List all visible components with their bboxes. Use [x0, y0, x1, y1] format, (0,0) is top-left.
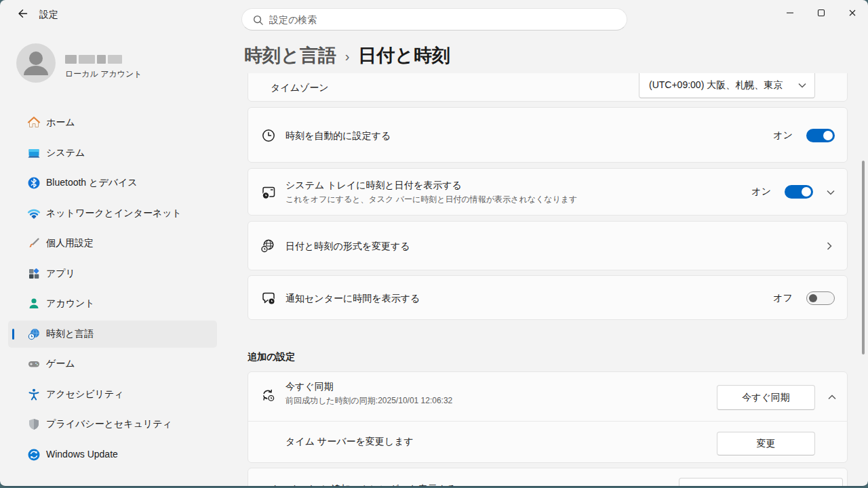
divider [248, 421, 847, 422]
breadcrumb-separator-icon: › [345, 47, 350, 64]
sidebar-item-accessibility[interactable]: アクセシビリティ [8, 381, 217, 408]
tray-clock-icon [260, 184, 277, 201]
breadcrumb: 時刻と言語 › 日付と時刻 [244, 43, 450, 68]
apps-icon [27, 267, 41, 281]
timezone-label: タイムゾーン [271, 82, 329, 94]
sidebar-item-home[interactable]: ホーム [8, 109, 217, 136]
time-language-icon [27, 327, 41, 341]
tray-clock-description: これをオフにすると、タスク バーに時刻と日付の情報が表示されなくなります [285, 194, 577, 205]
sidebar-item-personalization[interactable]: 個人用設定 [8, 230, 217, 257]
sidebar-item-label: 個人用設定 [46, 237, 94, 249]
sidebar-item-network[interactable]: ネットワークとインターネット [8, 200, 217, 227]
additional-settings-title: 追加の設定 [248, 351, 295, 363]
auto-time-state: オン [773, 129, 793, 142]
selected-indicator [12, 329, 14, 340]
maximize-button[interactable] [806, 0, 837, 27]
sidebar-item-label: 時刻と言語 [46, 328, 94, 340]
minimize-button[interactable] [774, 0, 806, 27]
notification-center-state: オフ [773, 292, 793, 304]
minimize-icon [785, 7, 795, 20]
close-button[interactable] [837, 0, 868, 27]
sidebar-item-label: Windows Update [46, 449, 118, 460]
chevron-down-icon[interactable] [825, 187, 836, 198]
gaming-icon [27, 357, 41, 371]
sidebar-item-label: システム [46, 147, 85, 159]
sidebar-item-gaming[interactable]: ゲーム [8, 350, 217, 378]
globe-clock-icon [260, 238, 276, 254]
account-type-label: ローカル アカウント [65, 68, 142, 80]
auto-time-toggle[interactable] [806, 129, 835, 142]
chevron-right-icon [824, 241, 835, 251]
settings-window: 設定 ローカル アカウント [0, 0, 868, 487]
breadcrumb-parent[interactable]: 時刻と言語 [244, 43, 336, 68]
sync-now-button[interactable]: 今すぐ同期 [717, 385, 815, 410]
chevron-down-icon [797, 80, 808, 91]
sidebar-item-label: アプリ [46, 268, 75, 280]
auto-time-row: 時刻を自動的に設定する オン [248, 107, 848, 163]
sidebar-item-privacy[interactable]: プライバシーとセキュリティ [8, 411, 217, 438]
home-icon [27, 116, 41, 129]
search-input[interactable] [269, 9, 615, 29]
sidebar-item-label: ホーム [46, 117, 75, 129]
app-title: 設定 [39, 9, 58, 21]
sidebar-item-label: ゲーム [46, 358, 75, 370]
sync-now-description: 前回成功した時刻の同期:2025/10/01 12:06:32 [285, 395, 452, 407]
clock-icon [260, 127, 277, 144]
bluetooth-icon [27, 176, 41, 190]
sidebar-item-windows-update[interactable]: Windows Update [8, 441, 217, 468]
sidebar-item-label: Bluetooth とデバイス [46, 177, 138, 189]
search-box [241, 8, 627, 30]
extra-calendar-row: タスク バーに追加のカレンダーを表示する 追加のカレンダーを表示しない [248, 468, 848, 486]
sidebar-item-label: ネットワークとインターネット [46, 207, 182, 220]
sidebar-item-accounts[interactable]: アカウント [8, 290, 217, 317]
sync-now-row: 今すぐ同期 前回成功した時刻の同期:2025/10/01 12:06:32 今す… [248, 371, 848, 463]
notification-center-row: 通知センターに時間を表示する オフ [248, 275, 848, 320]
settings-content: タイムゾーン (UTC+09:00) 大阪、札幌、東京 時刻を自動的に設定する … [234, 73, 868, 486]
back-arrow-icon [17, 8, 28, 21]
system-icon [27, 146, 41, 160]
time-server-label: タイム サーバーを変更します [285, 436, 414, 448]
window-controls [774, 0, 868, 27]
sidebar-item-time-language[interactable]: 時刻と言語 [8, 321, 217, 348]
maximize-icon [816, 7, 827, 20]
notification-center-toggle[interactable] [806, 291, 835, 305]
sidebar-item-apps[interactable]: アプリ [8, 260, 217, 287]
vertical-scrollbar-thumb[interactable] [862, 161, 865, 354]
timezone-value: (UTC+09:00) 大阪、札幌、東京 [649, 79, 783, 92]
format-row[interactable]: 日付と時刻の形式を変更する [248, 221, 848, 270]
timezone-dropdown[interactable]: (UTC+09:00) 大阪、札幌、東京 [639, 73, 815, 98]
user-name-redacted [65, 55, 122, 64]
account-header[interactable]: ローカル アカウント [16, 43, 220, 84]
windows-update-icon [27, 448, 41, 462]
tray-clock-toggle[interactable] [785, 185, 813, 199]
network-icon [27, 207, 41, 220]
sidebar-item-system[interactable]: システム [8, 140, 217, 167]
sidebar-item-label: プライバシーとセキュリティ [46, 418, 172, 430]
accounts-icon [27, 297, 41, 310]
back-button[interactable] [11, 5, 34, 23]
privacy-icon [27, 418, 41, 431]
personalization-icon [27, 237, 41, 250]
sidebar-nav: ホーム システム Bluetooth とデバイス ネットワークとインターネット … [0, 109, 225, 471]
format-label: 日付と時刻の形式を変更する [285, 241, 410, 253]
auto-time-label: 時刻を自動的に設定する [285, 130, 391, 142]
sync-clock-icon [260, 387, 276, 403]
tray-clock-row: システム トレイに時刻と日付を表示する これをオフにすると、タスク バーに時刻と… [248, 168, 848, 216]
chat-clock-icon [260, 290, 277, 306]
timezone-row: タイムゾーン (UTC+09:00) 大阪、札幌、東京 [248, 73, 848, 102]
sidebar-item-label: アカウント [46, 298, 95, 310]
sync-now-label: 今すぐ同期 [285, 381, 334, 393]
accessibility-icon [27, 388, 41, 401]
tray-clock-state: オン [751, 186, 771, 198]
extra-calendar-label: タスク バーに追加のカレンダーを表示する [271, 483, 456, 486]
time-server-change-button[interactable]: 変更 [717, 432, 815, 455]
tray-clock-label: システム トレイに時刻と日付を表示する [285, 180, 462, 192]
sidebar-item-label: アクセシビリティ [46, 388, 124, 401]
notification-center-label: 通知センターに時間を表示する [285, 293, 420, 305]
avatar [16, 43, 56, 83]
page-title: 日付と時刻 [358, 43, 450, 68]
extra-calendar-dropdown[interactable]: 追加のカレンダーを表示しない [679, 478, 843, 486]
sidebar-item-bluetooth[interactable]: Bluetooth とデバイス [8, 169, 217, 197]
chevron-up-icon[interactable] [827, 392, 837, 403]
close-icon [847, 7, 858, 20]
